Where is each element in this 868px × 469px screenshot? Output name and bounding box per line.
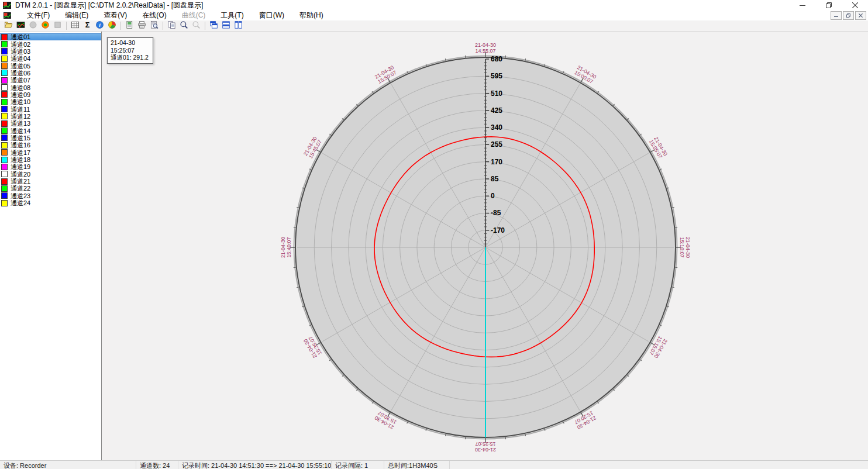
rim-tick	[466, 56, 466, 58]
channel-color-swatch	[1, 127, 8, 134]
child-restore-button[interactable]	[843, 11, 854, 20]
toolbar-record-idle-button	[27, 21, 39, 31]
status-field-1: 设备: Recorder	[0, 461, 136, 469]
child-close-button[interactable]	[855, 11, 866, 20]
toolbar-open-folder-button[interactable]	[2, 21, 15, 31]
channel-label: 通道16	[11, 142, 30, 149]
axis-value-label: 170	[491, 158, 502, 166]
channel-list-item-15[interactable]: 通道15	[0, 135, 101, 142]
svg-text:i: i	[99, 22, 101, 28]
axis-value-label: -85	[491, 209, 501, 217]
toolbar-tile-vertical-button[interactable]	[232, 21, 244, 31]
toolbar-tile-horizontal-button[interactable]	[220, 21, 232, 31]
channel-list-item-24[interactable]: 通道24	[0, 199, 101, 206]
menu-item-在线[interactable]: 在线(O)	[135, 11, 174, 20]
status-field-5: 总时间:1H3M40S	[384, 461, 450, 469]
data-table-icon	[71, 20, 80, 31]
channel-list-item-13[interactable]: 通道13	[0, 120, 101, 127]
channel-color-swatch	[1, 113, 8, 119]
close-button[interactable]	[842, 0, 868, 11]
menu-item-编辑[interactable]: 编辑(E)	[57, 11, 96, 20]
channel-list-item-6[interactable]: 通道06	[0, 70, 101, 77]
channel-color-swatch	[1, 142, 8, 149]
menu-item-窗口[interactable]: 窗口(W)	[252, 11, 292, 20]
record-active-icon	[41, 20, 50, 31]
channel-list-item-5[interactable]: 通道05	[0, 62, 101, 69]
channel-list-item-17[interactable]: 通道17	[0, 149, 101, 156]
chart-area: 680595510425340255170850-85-17021-04-301…	[102, 32, 868, 460]
channel-list-item-12[interactable]: 通道12	[0, 113, 101, 120]
axis-value-label: 85	[491, 175, 499, 183]
circular-chart[interactable]: 680595510425340255170850-85-17021-04-301…	[102, 32, 868, 460]
axis-value-label: -170	[491, 226, 505, 235]
toolbar-zoom-in-button[interactable]	[178, 21, 190, 31]
channel-list-item-18[interactable]: 通道18	[0, 156, 101, 163]
channel-list-item-2[interactable]: 通道02	[0, 40, 101, 47]
channel-label: 通道15	[11, 135, 30, 142]
channel-list-item-3[interactable]: 通道03	[0, 48, 101, 55]
channel-list-item-20[interactable]: 通道20	[0, 171, 101, 178]
channel-list-item-8[interactable]: 通道08	[0, 84, 101, 91]
child-window-icon	[4, 12, 11, 19]
channel-color-swatch	[1, 106, 8, 112]
stop-icon	[53, 20, 62, 31]
toolbar-record-active-button[interactable]	[39, 21, 51, 31]
channel-list-item-11[interactable]: 通道11	[0, 105, 101, 112]
toolbar-info-button[interactable]: i	[94, 21, 106, 31]
child-minimize-button[interactable]	[831, 11, 842, 20]
rim-tick	[505, 56, 506, 58]
channel-list-item-22[interactable]: 通道22	[0, 185, 101, 192]
channel-list-item-10[interactable]: 通道10	[0, 98, 101, 105]
channel-color-swatch	[1, 120, 8, 127]
toolbar-copy-button[interactable]	[166, 21, 178, 31]
toolbar-separator	[163, 22, 163, 30]
toolbar-separator	[205, 22, 205, 30]
toolbar-export-image-button[interactable]	[123, 21, 136, 31]
channel-list-item-7[interactable]: 通道07	[0, 77, 101, 84]
toolbar-sigma-statistics-button[interactable]: Σ	[81, 21, 94, 31]
restore-button[interactable]	[815, 0, 842, 11]
axis-value-label: 510	[491, 89, 502, 98]
channel-label: 通道02	[11, 41, 30, 48]
status-field-spacer	[450, 461, 868, 469]
channel-list-item-21[interactable]: 通道21	[0, 178, 101, 185]
toolbar-separator	[120, 22, 121, 30]
channel-list-item-23[interactable]: 通道23	[0, 192, 101, 199]
channel-list-item-9[interactable]: 通道09	[0, 91, 101, 98]
axis-value-label: 680	[491, 55, 502, 63]
toolbar-cascade-windows-button[interactable]	[208, 21, 220, 31]
menu-item-帮助[interactable]: 帮助(H)	[292, 11, 331, 20]
channel-label: 通道06	[11, 70, 30, 77]
channel-list-item-19[interactable]: 通道19	[0, 163, 101, 170]
rim-tick	[674, 267, 677, 268]
axis-value-label: 255	[491, 140, 502, 149]
axis-value-label: 595	[491, 72, 502, 80]
channel-list-item-4[interactable]: 通道04	[0, 55, 101, 62]
channel-label: 通道04	[11, 55, 30, 62]
toolbar-print-preview-button[interactable]	[148, 21, 160, 31]
app-window: DTM 2.0.1 - [圆盘显示] [C:\DTM 2.0.2\RealDat…	[0, 0, 868, 469]
toolbar-trend-chart-button[interactable]	[15, 21, 27, 31]
menu-item-文件[interactable]: 文件(F)	[19, 11, 57, 20]
export-image-icon	[125, 20, 134, 31]
menu-item-查看[interactable]: 查看(V)	[96, 11, 135, 20]
channel-color-swatch	[1, 149, 8, 156]
axis-value-label: 0	[491, 192, 495, 200]
channel-list-item-1[interactable]: 通道01	[0, 33, 101, 40]
menu-item-工具[interactable]: 工具(T)	[213, 11, 251, 20]
print-icon	[137, 20, 146, 31]
channel-list-item-14[interactable]: 通道14	[0, 127, 101, 134]
tooltip-channel-value: 通道01: 291.2	[111, 54, 149, 61]
toolbar-data-table-button[interactable]	[69, 21, 81, 31]
toolbar-pie-chart-button[interactable]	[106, 21, 118, 31]
minimize-button[interactable]	[789, 0, 815, 11]
channel-list-item-16[interactable]: 通道16	[0, 142, 101, 149]
menu-bar: 文件(F)编辑(E)查看(V)在线(O)曲线(C)工具(T)窗口(W)帮助(H)	[0, 11, 868, 20]
toolbar-separator	[66, 22, 67, 30]
channel-color-swatch	[1, 77, 8, 84]
app-icon	[3, 2, 11, 9]
toolbar-print-button[interactable]	[136, 21, 148, 31]
channel-color-swatch	[1, 178, 8, 185]
toolbar: Σi	[0, 20, 868, 32]
channel-color-swatch	[1, 41, 8, 47]
